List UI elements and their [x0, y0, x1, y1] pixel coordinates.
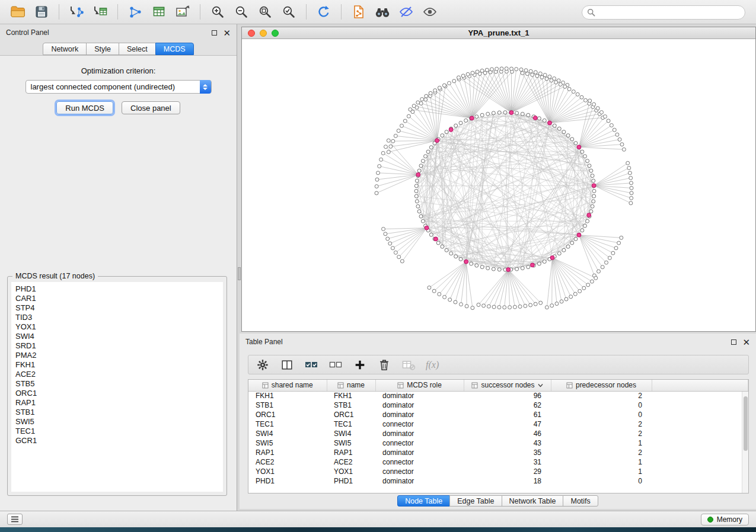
- zoom-in-button[interactable]: [206, 2, 229, 22]
- mcds-result-item[interactable]: SWI4: [15, 332, 223, 341]
- delete-column-button[interactable]: [377, 358, 391, 372]
- eye-icon: [423, 5, 437, 18]
- network-canvas[interactable]: [242, 40, 755, 331]
- tab-network-table[interactable]: Network Table: [502, 495, 564, 507]
- close-panel-button[interactable]: Close panel: [122, 101, 180, 114]
- zoom-selected-button[interactable]: [277, 2, 301, 22]
- table-settings-button[interactable]: [256, 358, 270, 372]
- add-column-button[interactable]: [353, 358, 367, 372]
- select-all-button[interactable]: [304, 358, 318, 372]
- new-network-button[interactable]: [123, 2, 147, 22]
- mcds-result-item[interactable]: ORC1: [15, 389, 223, 398]
- mcds-result-item[interactable]: PMA2: [15, 351, 223, 360]
- table-row[interactable]: ORC1ORC1dominator610: [248, 410, 748, 419]
- new-table-button[interactable]: [147, 2, 171, 22]
- table-cell: 18: [464, 476, 551, 486]
- column-header-shared-name[interactable]: shared name: [248, 380, 327, 391]
- table-row[interactable]: SWI5SWI5connector431: [248, 438, 748, 448]
- save-session-button[interactable]: [30, 2, 53, 22]
- table-scrollbar[interactable]: [742, 392, 748, 493]
- close-window-button[interactable]: [248, 30, 255, 37]
- table-cell: dominator: [375, 400, 464, 410]
- table-row[interactable]: RAP1RAP1dominator352: [248, 448, 748, 457]
- open-file-button[interactable]: [6, 2, 30, 22]
- mcds-result-item[interactable]: YOX1: [15, 322, 223, 332]
- table-row[interactable]: ACE2ACE2connector311: [248, 457, 748, 467]
- tab-node-table[interactable]: Node Table: [397, 495, 450, 507]
- table-cell: 2: [551, 391, 652, 400]
- search-input[interactable]: [598, 8, 740, 17]
- export-image-button[interactable]: [171, 2, 194, 22]
- table-cell: STB1: [248, 400, 327, 410]
- mcds-result-item[interactable]: PHD1: [15, 284, 223, 294]
- zoom-fit-button[interactable]: [253, 2, 277, 22]
- column-header-mcds-role[interactable]: MCDS role: [375, 380, 464, 391]
- mcds-result-item[interactable]: ACE2: [15, 370, 223, 379]
- tab-mcds[interactable]: MCDS: [155, 43, 194, 55]
- mcds-result-item[interactable]: TEC1: [15, 427, 223, 436]
- zoom-out-button[interactable]: [229, 2, 253, 22]
- import-network-file-button[interactable]: [65, 2, 88, 22]
- close-panel-icon[interactable]: ✕: [223, 30, 231, 36]
- float-panel-icon[interactable]: [212, 30, 217, 36]
- mcds-result-list[interactable]: PHD1CAR1STP4TID3YOX1SWI4SRD1PMA2FKH1ACE2…: [11, 282, 223, 492]
- table-cell: 29: [464, 467, 551, 476]
- mcds-result-item[interactable]: SRD1: [15, 341, 223, 351]
- show-columns-button[interactable]: [280, 358, 294, 372]
- tab-network[interactable]: Network: [43, 43, 87, 55]
- deselect-all-button[interactable]: [328, 358, 343, 372]
- table-cell-filler: [652, 429, 748, 438]
- tab-style[interactable]: Style: [86, 43, 119, 55]
- mcds-result-item[interactable]: SWI5: [15, 417, 223, 427]
- column-header-name[interactable]: name: [327, 380, 375, 391]
- mcds-result-title: MCDS result (17 nodes): [12, 272, 98, 280]
- table-scrollbar-thumb[interactable]: [744, 396, 748, 451]
- table-row[interactable]: TEC1TEC1connector472: [248, 419, 748, 429]
- panel-menu-button[interactable]: [7, 514, 23, 525]
- mcds-result-item[interactable]: RAP1: [15, 398, 223, 408]
- close-table-panel-icon[interactable]: ✕: [742, 339, 750, 345]
- apply-layout-refresh-button[interactable]: [312, 2, 336, 22]
- table-cell: SWI5: [248, 438, 327, 448]
- minimize-window-button[interactable]: [260, 30, 267, 37]
- network-search-box[interactable]: [582, 5, 745, 20]
- find-button[interactable]: [371, 2, 394, 22]
- import-table-icon: [92, 5, 108, 19]
- tab-motifs[interactable]: Motifs: [563, 495, 598, 507]
- mcds-result-item[interactable]: STB5: [15, 379, 223, 389]
- node-table-body: FKH1FKH1dominator962STB1STB1dominator620…: [248, 391, 748, 486]
- show-graphics-details-button[interactable]: [418, 2, 442, 22]
- import-table-file-button[interactable]: [88, 2, 112, 22]
- tab-select[interactable]: Select: [119, 43, 156, 55]
- control-panel-tabs: Network Style Select MCDS: [0, 43, 237, 55]
- network-window-titlebar[interactable]: YPA_prune.txt_1: [242, 27, 755, 39]
- mcds-result-item[interactable]: STB1: [15, 408, 223, 417]
- table-row[interactable]: STB1STB1dominator620: [248, 400, 748, 410]
- tab-edge-table[interactable]: Edge Table: [449, 495, 502, 507]
- maximize-window-button[interactable]: [272, 30, 279, 37]
- float-table-panel-icon[interactable]: [731, 339, 736, 345]
- network-graph[interactable]: [242, 40, 755, 331]
- toolbar-separator: [117, 4, 118, 20]
- mcds-result-item[interactable]: STP4: [15, 303, 223, 313]
- mcds-result-item[interactable]: TID3: [15, 313, 223, 322]
- table-row[interactable]: FKH1FKH1dominator962: [248, 391, 748, 400]
- new-table-icon: [152, 5, 166, 19]
- table-cell: SWI4: [327, 429, 375, 438]
- table-row[interactable]: YOX1YOX1connector291: [248, 467, 748, 476]
- table-row[interactable]: PHD1PHD1dominator180: [248, 476, 748, 486]
- table-row[interactable]: SWI4SWI4dominator462: [248, 429, 748, 438]
- mcds-result-item[interactable]: FKH1: [15, 360, 223, 370]
- run-mcds-button[interactable]: Run MCDS: [56, 101, 113, 114]
- table-cell: SWI4: [248, 429, 327, 438]
- table-cell: RAP1: [327, 448, 375, 457]
- column-header-successor-nodes[interactable]: successor nodes: [464, 380, 551, 391]
- splitter-handle-icon[interactable]: [238, 267, 241, 280]
- memory-button[interactable]: Memory: [701, 514, 749, 525]
- optimization-criterion-dropdown[interactable]: largest connected component (undirected): [25, 80, 212, 94]
- column-header-predecessor-nodes[interactable]: predecessor nodes: [551, 380, 652, 391]
- hide-graphics-details-button[interactable]: [394, 2, 418, 22]
- mcds-result-item[interactable]: CAR1: [15, 294, 223, 303]
- mcds-result-item[interactable]: GCR1: [15, 436, 223, 446]
- share-document-button[interactable]: [347, 2, 371, 22]
